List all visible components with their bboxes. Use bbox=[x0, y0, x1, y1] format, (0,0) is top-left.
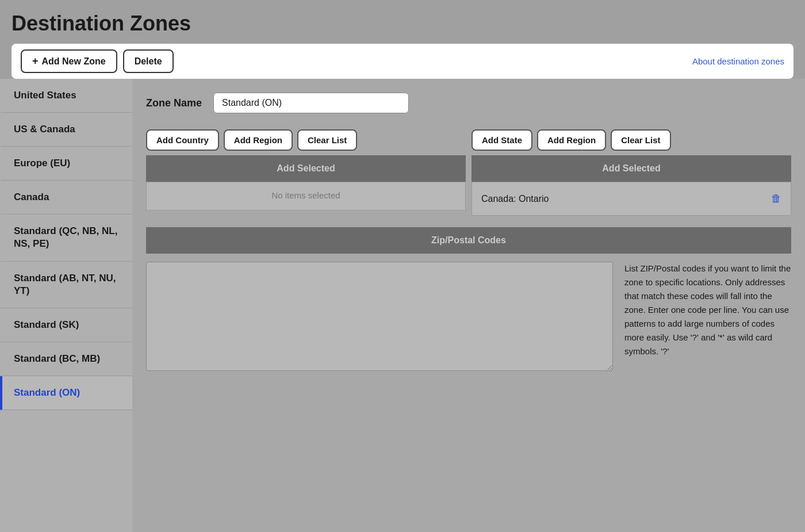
zip-section: Zip/Postal Codes List ZIP/Postal codes i… bbox=[146, 227, 791, 371]
trash-icon[interactable]: 🗑 bbox=[771, 193, 781, 205]
add-new-zone-label: Add New Zone bbox=[42, 56, 106, 67]
toolbar-left: + Add New Zone Delete bbox=[21, 49, 174, 73]
zip-description: List ZIP/Postal codes if you want to lim… bbox=[624, 262, 791, 371]
right-items-area: Canada: Ontario 🗑 bbox=[471, 182, 791, 216]
canada-ontario-row: Canada: Ontario 🗑 bbox=[481, 190, 781, 207]
main-content: United StatesUS & CanadaEurope (EU)Canad… bbox=[0, 79, 805, 532]
add-region-left-button[interactable]: Add Region bbox=[224, 129, 293, 151]
delete-button[interactable]: Delete bbox=[123, 49, 174, 73]
sidebar-item-standard-qc[interactable]: Standard (QC, NB, NL, NS, PE) bbox=[0, 215, 132, 261]
about-link[interactable]: About destination zones bbox=[692, 56, 784, 66]
add-selected-left-button[interactable]: Add Selected bbox=[146, 155, 466, 182]
add-new-zone-button[interactable]: + Add New Zone bbox=[21, 49, 117, 73]
sidebar-item-standard-bc[interactable]: Standard (BC, MB) bbox=[0, 342, 132, 376]
no-items-text: No items selected bbox=[156, 190, 456, 200]
content-panel: Zone Name Add Country Add Region Clear L… bbox=[132, 79, 805, 532]
left-col-buttons: Add Country Add Region Clear List bbox=[146, 129, 466, 151]
clear-list-right-button[interactable]: Clear List bbox=[611, 129, 670, 151]
clear-list-left-button[interactable]: Clear List bbox=[297, 129, 357, 151]
zip-textarea[interactable] bbox=[146, 262, 613, 371]
canada-ontario-text: Canada: Ontario bbox=[481, 194, 549, 204]
add-country-button[interactable]: Add Country bbox=[146, 129, 219, 151]
zip-header: Zip/Postal Codes bbox=[146, 227, 791, 254]
two-col-section: Add Country Add Region Clear List Add Se… bbox=[146, 129, 791, 216]
zone-name-label: Zone Name bbox=[146, 97, 202, 109]
zone-name-row: Zone Name bbox=[146, 93, 791, 113]
toolbar: + Add New Zone Delete About destination … bbox=[12, 44, 793, 79]
plus-icon: + bbox=[32, 55, 39, 67]
add-state-button[interactable]: Add State bbox=[471, 129, 532, 151]
sidebar-item-standard-on[interactable]: Standard (ON) bbox=[0, 376, 132, 410]
sidebar-item-united-states[interactable]: United States bbox=[0, 79, 132, 113]
left-items-area: No items selected bbox=[146, 182, 466, 210]
sidebar: United StatesUS & CanadaEurope (EU)Canad… bbox=[0, 79, 132, 532]
right-col: Add State Add Region Clear List Add Sele… bbox=[471, 129, 791, 216]
right-col-buttons: Add State Add Region Clear List bbox=[471, 129, 791, 151]
sidebar-item-standard-sk[interactable]: Standard (SK) bbox=[0, 308, 132, 342]
page-title: Destination Zones bbox=[12, 12, 793, 36]
zip-content: List ZIP/Postal codes if you want to lim… bbox=[146, 262, 791, 371]
sidebar-item-standard-ab[interactable]: Standard (AB, NT, NU, YT) bbox=[0, 262, 132, 308]
zone-name-input[interactable] bbox=[213, 93, 409, 113]
add-region-right-button[interactable]: Add Region bbox=[537, 129, 606, 151]
sidebar-item-canada[interactable]: Canada bbox=[0, 181, 132, 215]
sidebar-item-europe-eu[interactable]: Europe (EU) bbox=[0, 147, 132, 181]
add-selected-right-button[interactable]: Add Selected bbox=[471, 155, 791, 182]
sidebar-item-us-canada[interactable]: US & Canada bbox=[0, 113, 132, 147]
left-col: Add Country Add Region Clear List Add Se… bbox=[146, 129, 466, 216]
